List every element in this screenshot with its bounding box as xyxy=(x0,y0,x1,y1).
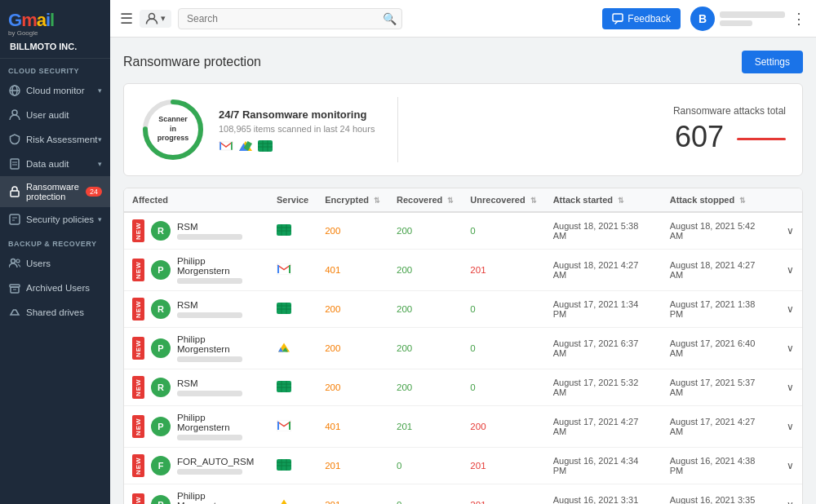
col-encrypted[interactable]: Encrypted ⇅ xyxy=(317,188,388,212)
sidebar-item-user-audit[interactable]: User audit xyxy=(0,103,110,127)
archive-icon xyxy=(8,281,21,294)
user-avatar: P xyxy=(151,260,171,280)
recovered-cell: 201 xyxy=(388,406,462,448)
unrecovered-cell: 200 xyxy=(462,406,544,448)
svg-rect-17 xyxy=(613,14,623,21)
expand-cell[interactable]: ∨ xyxy=(778,328,802,369)
expand-cell[interactable]: ∨ xyxy=(778,406,802,448)
attacks-count: 607 xyxy=(675,120,786,154)
expand-icon[interactable]: ∨ xyxy=(787,343,794,353)
sidebar-item-data-audit[interactable]: Data audit ▾ xyxy=(0,152,110,176)
feedback-label: Feedback xyxy=(628,13,671,24)
recovered-cell: 0 xyxy=(388,448,462,484)
search-input[interactable] xyxy=(178,8,402,29)
attack-started-cell: August 16, 2021 3:31 PM xyxy=(545,484,662,505)
sidebar-item-cloud-monitor[interactable]: Cloud monitor ▾ xyxy=(0,78,110,103)
user-avatar: P xyxy=(151,338,171,358)
encrypted-cell: 201 xyxy=(317,448,388,484)
service-cell xyxy=(268,484,317,505)
sidebar-label: Shared drives xyxy=(26,307,84,317)
sidebar-label: User audit xyxy=(26,110,69,120)
sidebar-label: Security policies xyxy=(26,214,94,224)
sidebar-logo: Gmail by Google BILLMOTO INC. xyxy=(0,0,110,59)
sidebar-item-archived-users[interactable]: Archived Users xyxy=(0,276,110,300)
expand-cell[interactable]: ∨ xyxy=(778,212,802,250)
expand-cell[interactable]: ∨ xyxy=(778,250,802,291)
attack-stopped-cell: August 17, 2021 6:40 AM xyxy=(662,328,778,369)
col-recovered[interactable]: Recovered ⇅ xyxy=(388,188,462,212)
user-name: RSM xyxy=(177,300,242,310)
user-info: Philipp Morgenstern xyxy=(177,334,260,362)
user-info: RSM xyxy=(177,222,242,240)
user-info: Philipp Morgenstern xyxy=(177,413,260,440)
attack-stopped-cell: August 16, 2021 3:35 PM xyxy=(662,484,778,505)
expand-cell[interactable]: ∨ xyxy=(778,448,802,484)
expand-icon[interactable]: ∨ xyxy=(787,226,794,236)
settings-button[interactable]: Settings xyxy=(742,51,803,73)
new-badge: NEW xyxy=(132,376,144,399)
col-attack-stopped[interactable]: Attack stopped ⇅ xyxy=(662,188,778,212)
expand-icon[interactable]: ∨ xyxy=(787,382,794,392)
service-cell xyxy=(268,448,317,484)
feedback-button[interactable]: Feedback xyxy=(602,8,681,29)
service-cell xyxy=(268,291,317,328)
expand-cell[interactable]: ∨ xyxy=(778,369,802,406)
recovered-cell: 200 xyxy=(388,212,462,250)
expand-icon[interactable]: ∨ xyxy=(787,500,794,504)
col-unrecovered[interactable]: Unrecovered ⇅ xyxy=(462,188,544,212)
expand-icon[interactable]: ∨ xyxy=(787,422,794,431)
users-icon xyxy=(8,257,21,270)
user-email-blur xyxy=(177,391,242,396)
user-switcher[interactable]: ▾ xyxy=(140,10,171,28)
sidebar-item-users[interactable]: Users xyxy=(0,251,110,276)
recovered-cell: 0 xyxy=(388,484,462,505)
avatar: B xyxy=(690,7,715,31)
svg-rect-48 xyxy=(289,422,290,430)
user-avatar: R xyxy=(151,221,171,241)
user-name: Philipp Morgenstern xyxy=(177,334,260,354)
sidebar-item-security-policies[interactable]: Security policies ▾ xyxy=(0,207,110,232)
sidebar-item-ransomware[interactable]: Ransomware protection 24 xyxy=(0,176,110,207)
user-name: FOR_AUTO_RSM xyxy=(177,457,254,466)
summary-card: Scanner inprogress 24/7 Ransomware monit… xyxy=(123,83,803,176)
affected-cell: NEW P Philipp Morgenstern xyxy=(124,328,268,369)
svg-rect-41 xyxy=(277,381,291,392)
monitoring-title: 24/7 Ransomware monitoring xyxy=(219,108,375,121)
svg-rect-47 xyxy=(277,422,279,430)
expand-icon[interactable]: ∨ xyxy=(787,265,794,275)
sidebar-item-risk-assessment[interactable]: Risk Assessment ▾ xyxy=(0,127,110,152)
expand-icon[interactable]: ∨ xyxy=(787,461,794,471)
ransomware-table: Affected Service Encrypted ⇅ Recovered ⇅… xyxy=(123,188,803,504)
user-info: FOR_AUTO_RSM xyxy=(177,457,254,475)
trend-line xyxy=(737,138,786,140)
company-name: BILLMOTO INC. xyxy=(8,42,102,51)
user-email-blur xyxy=(177,312,242,318)
affected-cell: NEW P Philipp Morgenstern xyxy=(124,250,268,291)
more-options-icon[interactable]: ⋮ xyxy=(792,10,806,28)
expand-cell[interactable]: ∨ xyxy=(778,484,802,505)
attack-started-cell: August 16, 2021 4:34 PM xyxy=(545,448,662,484)
user-info: Philipp Morgenstern xyxy=(177,491,260,504)
attack-started-cell: August 17, 2021 4:27 AM xyxy=(545,406,662,448)
gmail-service-icon xyxy=(219,140,233,152)
attack-started-cell: August 18, 2021 4:27 AM xyxy=(545,250,662,291)
encrypted-cell: 200 xyxy=(317,328,388,369)
sidebar-item-shared-drives[interactable]: Shared drives xyxy=(0,300,110,325)
expand-cell[interactable]: ∨ xyxy=(778,291,802,328)
user-info: RSM xyxy=(177,300,242,318)
sidebar: Gmail by Google BILLMOTO INC. CLOUD SECU… xyxy=(0,0,110,504)
col-attack-started[interactable]: Attack started ⇅ xyxy=(545,188,662,212)
attack-started-cell: August 17, 2021 6:37 AM xyxy=(545,328,662,369)
svg-rect-22 xyxy=(231,142,233,150)
user-avatar: P xyxy=(151,495,171,504)
expand-icon[interactable]: ∨ xyxy=(787,304,794,314)
cloud-security-title: CLOUD SECURITY xyxy=(0,59,110,78)
attack-started-cell: August 18, 2021 5:38 AM xyxy=(545,212,662,250)
user-name: Philipp Morgenstern xyxy=(177,491,260,504)
new-badge: NEW xyxy=(132,298,144,321)
file-icon xyxy=(8,157,21,170)
svg-rect-35 xyxy=(289,265,290,273)
app-logo: Gmail xyxy=(8,10,102,31)
user-info: Philipp Morgenstern xyxy=(177,256,260,284)
menu-icon[interactable]: ☰ xyxy=(120,10,133,28)
